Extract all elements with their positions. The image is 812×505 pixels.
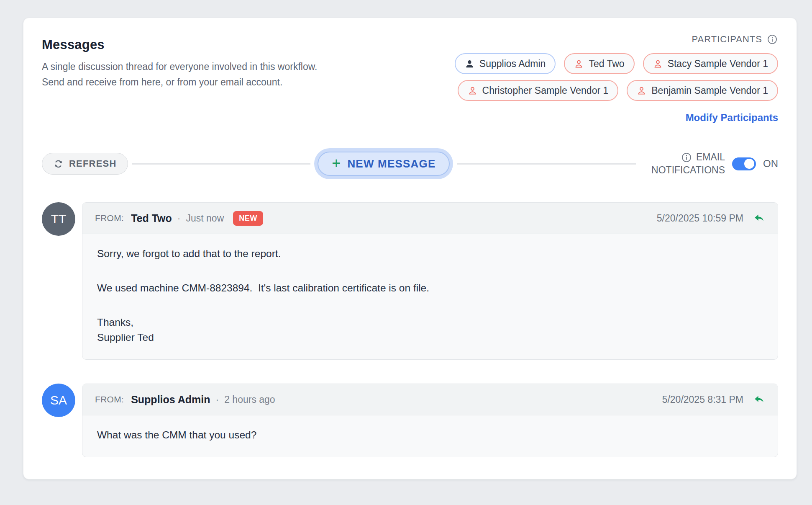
page-title: Messages xyxy=(42,37,335,52)
relative-time: Just now xyxy=(186,213,224,224)
participant-chip-christopher-sample-vendor-1[interactable]: Christopher Sample Vendor 1 xyxy=(458,80,619,101)
chip-row-2: Christopher Sample Vendor 1 Benjamin Sam… xyxy=(458,80,778,101)
participant-chip-ted-two[interactable]: Ted Two xyxy=(564,53,634,74)
message-paragraph: Thanks, Supplier Ted xyxy=(97,315,763,345)
participants-label-row: PARTICIPANTS xyxy=(692,34,777,45)
notifications-label-word: NOTIFICATIONS xyxy=(651,164,725,177)
participant-chip-supplios-admin[interactable]: Supplios Admin xyxy=(455,53,556,74)
message-body: What was the CMM that you used? xyxy=(82,415,778,457)
email-notifications-label: EMAIL NOTIFICATIONS xyxy=(651,151,725,177)
person-filled-icon xyxy=(465,59,474,69)
chip-label: Stacy Sample Vendor 1 xyxy=(668,58,768,70)
avatar: TT xyxy=(42,202,75,236)
participant-chip-stacy-sample-vendor-1[interactable]: Stacy Sample Vendor 1 xyxy=(643,53,778,74)
sender-name: Ted Two xyxy=(131,212,172,224)
message-card: FROM: Ted Two · Just now NEW 5/20/2025 1… xyxy=(82,202,778,360)
page-subtitle: A single discussion thread for everyone … xyxy=(42,59,335,90)
new-message-label: NEW MESSAGE xyxy=(347,157,435,170)
message-paragraph: We used machine CMM-8823894. It's last c… xyxy=(97,281,763,296)
message-timestamp: 5/20/2025 8:31 PM xyxy=(662,394,743,405)
message-header: FROM: Supplios Admin · 2 hours ago 5/20/… xyxy=(82,384,778,415)
toggle-knob xyxy=(744,159,754,169)
message-paragraph: Sorry, we forgot to add that to the repo… xyxy=(97,246,763,261)
message-card: FROM: Supplios Admin · 2 hours ago 5/20/… xyxy=(82,384,778,457)
chip-label: Ted Two xyxy=(589,58,624,70)
toggle-state-label: ON xyxy=(763,158,778,170)
new-badge: NEW xyxy=(233,211,263,226)
message-body: Sorry, we forgot to add that to the repo… xyxy=(82,234,778,359)
header-text-block: Messages A single discussion thread for … xyxy=(42,32,335,124)
plus-icon: + xyxy=(332,156,341,171)
person-outline-icon xyxy=(653,59,663,69)
refresh-icon xyxy=(53,159,64,169)
participants-label: PARTICIPANTS xyxy=(692,34,762,45)
email-notifications-block: EMAIL NOTIFICATIONS ON xyxy=(651,151,778,177)
connector-line-left xyxy=(132,163,311,165)
connector-line-right xyxy=(457,163,636,165)
sender-name: Supplios Admin xyxy=(131,394,210,406)
participants-section: PARTICIPANTS Supplios Admin xyxy=(455,32,778,124)
avatar: SA xyxy=(42,384,75,417)
participants-chips: Supplios Admin Ted Two xyxy=(455,53,778,101)
message-item-supplios-admin: SA FROM: Supplios Admin · 2 hours ago 5/… xyxy=(42,384,778,457)
message-item-ted-two: TT FROM: Ted Two · Just now NEW 5/20/202… xyxy=(42,202,778,360)
from-label: FROM: xyxy=(95,394,124,405)
relative-time: 2 hours ago xyxy=(224,394,275,405)
panel-header: Messages A single discussion thread for … xyxy=(42,32,778,124)
email-notifications-toggle[interactable] xyxy=(732,157,756,170)
chip-label: Benjamin Sample Vendor 1 xyxy=(651,85,768,96)
refresh-label: REFRESH xyxy=(69,158,117,169)
participant-chip-benjamin-sample-vendor-1[interactable]: Benjamin Sample Vendor 1 xyxy=(627,80,778,101)
email-label-word: EMAIL xyxy=(696,151,725,164)
messages-panel: Messages A single discussion thread for … xyxy=(23,18,797,479)
dot-separator: · xyxy=(216,394,219,405)
email-notifications-info-icon[interactable] xyxy=(681,152,692,162)
reply-button[interactable] xyxy=(753,212,765,224)
person-outline-icon xyxy=(637,86,646,95)
person-outline-icon xyxy=(574,59,584,69)
chip-label: Christopher Sample Vendor 1 xyxy=(482,85,609,96)
refresh-button[interactable]: REFRESH xyxy=(42,153,128,175)
participants-info-icon[interactable] xyxy=(767,34,777,44)
new-message-button[interactable]: + NEW MESSAGE xyxy=(318,152,450,176)
dot-separator: · xyxy=(177,213,181,224)
chip-row-1: Supplios Admin Ted Two xyxy=(455,53,778,74)
modify-participants-link[interactable]: Modify Participants xyxy=(686,112,778,124)
chip-label: Supplios Admin xyxy=(479,58,546,70)
person-outline-icon xyxy=(468,86,477,95)
reply-button[interactable] xyxy=(753,394,765,405)
message-paragraph: What was the CMM that you used? xyxy=(97,428,763,443)
email-notifications-line1: EMAIL xyxy=(681,151,725,164)
reply-arrow-icon xyxy=(753,212,765,224)
message-header: FROM: Ted Two · Just now NEW 5/20/2025 1… xyxy=(82,203,778,234)
from-label: FROM: xyxy=(95,213,124,223)
message-toolbar: REFRESH + NEW MESSAGE EMAIL xyxy=(42,150,778,177)
reply-arrow-icon xyxy=(753,394,765,405)
message-timestamp: 5/20/2025 10:59 PM xyxy=(657,213,743,224)
